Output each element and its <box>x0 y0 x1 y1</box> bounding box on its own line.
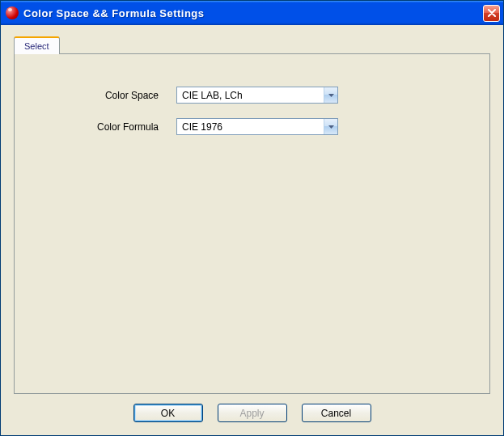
row-color-space: Color Space CIE LAB, LCh <box>39 87 465 104</box>
apply-button[interactable]: Apply <box>218 404 287 422</box>
cancel-button[interactable]: Cancel <box>302 404 371 422</box>
combo-color-formula-value: CIE 1976 <box>177 121 324 133</box>
dialog-button-row: OK Apply Cancel <box>14 394 490 427</box>
combo-color-space-arrow[interactable] <box>324 87 337 103</box>
close-button[interactable] <box>483 5 500 22</box>
dialog-window: Color Space && Formula Settings Select C… <box>0 0 504 436</box>
chevron-down-icon <box>328 94 334 97</box>
chevron-down-icon <box>328 125 334 129</box>
ok-button[interactable]: OK <box>133 404 203 422</box>
tab-strip: Select <box>14 36 490 53</box>
combo-color-space-value: CIE LAB, LCh <box>177 90 324 101</box>
label-color-space: Color Space <box>39 90 176 101</box>
tab-select[interactable]: Select <box>14 36 60 54</box>
app-icon <box>6 6 19 19</box>
label-color-formula: Color Formula <box>39 121 176 133</box>
window-title: Color Space && Formula Settings <box>23 7 483 19</box>
close-icon <box>488 9 496 17</box>
tab-control: Select Color Space CIE LAB, LCh <box>14 36 490 394</box>
tab-panel-select: Color Space CIE LAB, LCh Color Formula C… <box>14 53 490 394</box>
row-color-formula: Color Formula CIE 1976 <box>39 118 465 135</box>
combo-color-formula[interactable]: CIE 1976 <box>176 118 338 135</box>
combo-color-formula-arrow[interactable] <box>324 119 337 134</box>
combo-color-space[interactable]: CIE LAB, LCh <box>176 87 338 104</box>
titlebar[interactable]: Color Space && Formula Settings <box>1 1 503 25</box>
tab-label: Select <box>24 41 49 51</box>
dialog-content: Select Color Space CIE LAB, LCh <box>1 25 503 435</box>
